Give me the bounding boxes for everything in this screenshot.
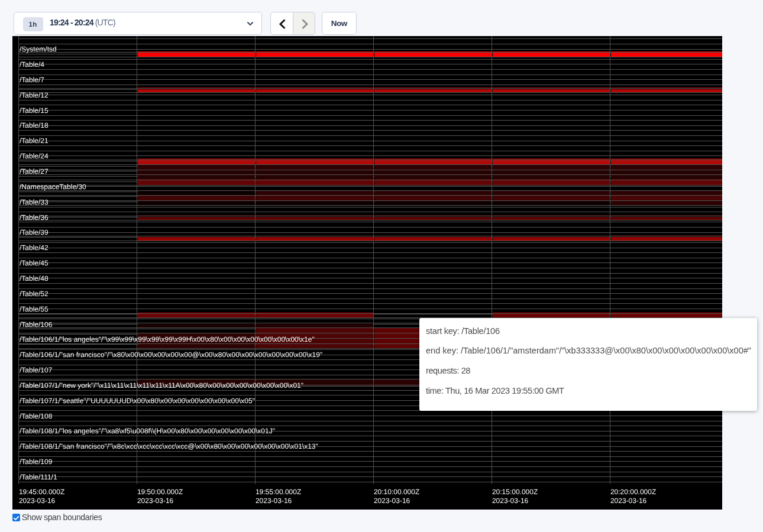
svg-text:/Table/12: /Table/12	[20, 91, 49, 99]
svg-text:2023-03-16: 2023-03-16	[137, 497, 174, 505]
svg-text:/Table/24: /Table/24	[20, 152, 49, 160]
svg-text:/Table/107: /Table/107	[20, 366, 53, 374]
svg-text:/Table/45: /Table/45	[20, 259, 49, 267]
svg-text:/NamespaceTable/30: /NamespaceTable/30	[20, 183, 86, 191]
svg-text:/Table/36: /Table/36	[20, 213, 49, 222]
svg-text:2023-03-16: 2023-03-16	[492, 497, 529, 505]
svg-text:/Table/18: /Table/18	[20, 121, 49, 129]
svg-text:2023-03-16: 2023-03-16	[19, 497, 56, 505]
svg-text:/Table/21: /Table/21	[20, 137, 49, 145]
svg-text:19:50:00.000Z: 19:50:00.000Z	[137, 488, 183, 496]
svg-text:/Table/33: /Table/33	[20, 198, 49, 206]
svg-text:/Table/108/1/"san francisco"/": /Table/108/1/"san francisco"/"\x8c\xcc\x…	[20, 442, 318, 450]
svg-text:/Table/39: /Table/39	[20, 228, 49, 236]
svg-text:/Table/108/1/"los angeles"/"\x: /Table/108/1/"los angeles"/"\xa8\xf5\u00…	[20, 427, 275, 435]
svg-text:20:15:00.000Z: 20:15:00.000Z	[492, 488, 538, 496]
svg-text:2023-03-16: 2023-03-16	[256, 497, 292, 505]
svg-text:/Table/107/1/"new york"/"\x11\: /Table/107/1/"new york"/"\x11\x11\x11\x1…	[20, 381, 303, 390]
svg-text:19:45:00.000Z: 19:45:00.000Z	[19, 488, 64, 496]
svg-text:/Table/52: /Table/52	[20, 290, 49, 298]
svg-text:/Table/111/1: /Table/111/1	[20, 473, 57, 481]
svg-text:/Table/42: /Table/42	[20, 244, 49, 252]
svg-text:/Table/107/1/"seattle"/"UUUUUU: /Table/107/1/"seattle"/"UUUUUUUD\x00\x80…	[20, 397, 255, 405]
svg-text:/System/tsd: /System/tsd	[20, 45, 57, 53]
svg-text:/Table/15: /Table/15	[20, 106, 49, 115]
svg-text:/Table/27: /Table/27	[20, 167, 49, 176]
svg-text:/Table/7: /Table/7	[20, 76, 44, 84]
svg-text:/Table/48: /Table/48	[20, 274, 49, 283]
svg-text:/Table/108: /Table/108	[20, 412, 53, 420]
svg-text:20:10:00.000Z: 20:10:00.000Z	[374, 488, 419, 496]
svg-text:/Table/109: /Table/109	[20, 458, 53, 466]
svg-text:/Table/106/1/"san francisco"/": /Table/106/1/"san francisco"/"\x80\x00\x…	[20, 351, 322, 359]
svg-text:/Table/106: /Table/106	[20, 320, 53, 329]
svg-text:20:20:00.000Z: 20:20:00.000Z	[610, 488, 656, 496]
svg-text:2023-03-16: 2023-03-16	[374, 497, 410, 505]
svg-text:2023-03-16: 2023-03-16	[610, 497, 647, 505]
svg-text:19:55:00.000Z: 19:55:00.000Z	[256, 488, 301, 496]
svg-text:/Table/55: /Table/55	[20, 305, 49, 313]
svg-text:/Table/4: /Table/4	[20, 60, 44, 69]
svg-text:/Table/106/1/"los angeles"/"\x: /Table/106/1/"los angeles"/"\x99\x99\x99…	[20, 335, 315, 343]
